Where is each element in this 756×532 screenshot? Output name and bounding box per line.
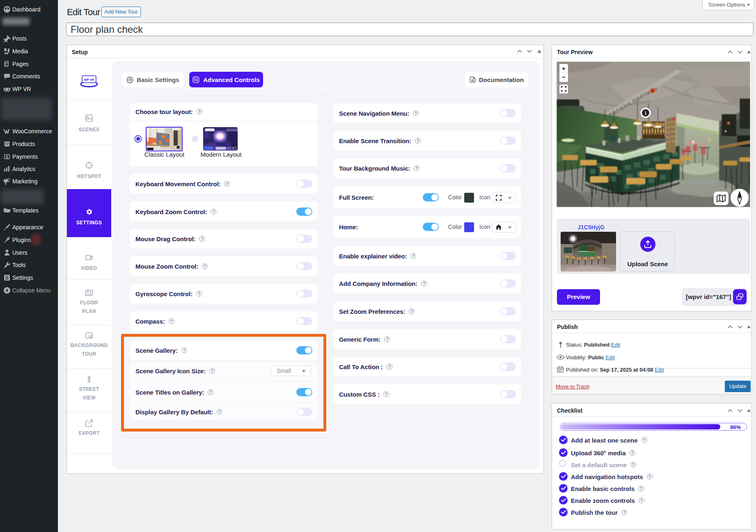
svg-text:WP VR: WP VR: [84, 78, 94, 82]
